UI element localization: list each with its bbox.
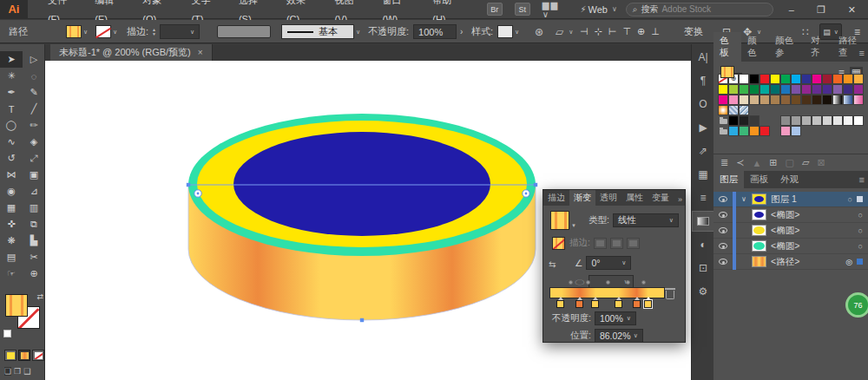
gradient-stop[interactable] bbox=[556, 300, 564, 308]
swatch[interactable] bbox=[780, 84, 791, 95]
target-circle-icon[interactable]: ○ bbox=[858, 226, 863, 235]
draw-inside-button[interactable]: ❑ bbox=[23, 367, 30, 376]
align-right-button[interactable]: ⊢ bbox=[608, 26, 617, 37]
swatches-tab-对齐[interactable]: 对齐 bbox=[805, 32, 832, 62]
document-tab[interactable]: 未标题-1* @ 200% (RGB/预览) × bbox=[50, 44, 213, 61]
swatch[interactable] bbox=[853, 115, 864, 126]
gradient-midpoint[interactable] bbox=[641, 280, 646, 285]
character-panel-icon[interactable]: A| bbox=[692, 47, 714, 68]
transparency-panel-icon[interactable]: ◐ bbox=[692, 234, 714, 255]
layer-name[interactable]: <椭圆> bbox=[771, 225, 799, 237]
layers-tab-外观[interactable]: 外观 bbox=[774, 171, 805, 188]
fill-color-swatch[interactable] bbox=[66, 25, 82, 38]
artboard-tool[interactable]: ▤ bbox=[0, 249, 23, 265]
align-top-button[interactable]: ⊤ bbox=[622, 26, 631, 37]
swatch[interactable] bbox=[812, 115, 822, 126]
swatch[interactable] bbox=[718, 95, 728, 105]
eyedropper-tool[interactable]: ✜ bbox=[0, 216, 23, 233]
minimize-button[interactable]: – bbox=[782, 0, 801, 19]
swatch[interactable] bbox=[728, 105, 739, 115]
swatch[interactable] bbox=[822, 74, 832, 84]
stop-position-dropdown[interactable]: 86.02%∨ bbox=[595, 329, 643, 343]
restore-button[interactable]: ❐ bbox=[810, 0, 832, 19]
symbol-sprayer-tool[interactable]: ❋ bbox=[0, 233, 23, 249]
new-folder-button[interactable]: ▱ bbox=[802, 157, 809, 168]
swatch[interactable] bbox=[791, 126, 801, 136]
chevron-down-icon[interactable]: ∨ bbox=[569, 29, 573, 36]
swatch[interactable] bbox=[780, 95, 791, 105]
swatch[interactable] bbox=[780, 74, 791, 84]
swatch[interactable] bbox=[728, 115, 739, 126]
workspace-switcher[interactable]: Web ∨ bbox=[589, 4, 617, 15]
paintbrush-tool[interactable]: ✏ bbox=[23, 117, 45, 134]
swatch-options-button[interactable]: ▲ bbox=[752, 158, 761, 168]
swatch-libraries-button[interactable]: ≣ bbox=[720, 157, 728, 168]
opentype-panel-icon[interactable]: O bbox=[692, 94, 714, 115]
swatch-kinds-button[interactable]: ≺ bbox=[736, 157, 744, 168]
column-graph-tool[interactable]: ▙ bbox=[23, 233, 45, 249]
gradient-angle-dropdown[interactable]: 0°∨ bbox=[586, 256, 631, 270]
swatch[interactable] bbox=[749, 84, 760, 95]
zoom-tool[interactable]: ⊕ bbox=[23, 265, 45, 282]
swatch[interactable] bbox=[749, 115, 760, 126]
lasso-tool[interactable]: ◌ bbox=[23, 68, 45, 84]
gradient-midpoint[interactable] bbox=[586, 280, 590, 285]
paragraph-panel-icon[interactable]: ¶ bbox=[692, 70, 714, 91]
layer-row[interactable]: <椭圆>○ bbox=[713, 223, 868, 239]
layer-name[interactable]: <路径> bbox=[771, 256, 799, 268]
selection-indicator[interactable] bbox=[857, 259, 863, 265]
stop-opacity-dropdown[interactable]: 100%∨ bbox=[595, 311, 636, 325]
swatch[interactable] bbox=[843, 84, 853, 95]
shape-options-icon[interactable]: ▱ bbox=[552, 26, 567, 38]
slice-tool[interactable]: ✂ bbox=[23, 249, 45, 265]
swatch[interactable] bbox=[780, 115, 791, 126]
swatch[interactable] bbox=[728, 126, 739, 136]
delete-swatch-button[interactable]: ⊠ bbox=[817, 157, 825, 168]
gradient-panel-icon[interactable] bbox=[692, 211, 714, 232]
swatch[interactable] bbox=[718, 105, 728, 115]
expand-chevron-icon[interactable]: ∨ bbox=[738, 195, 750, 203]
draw-normal-button[interactable]: ❏ bbox=[4, 367, 11, 376]
selection-tool[interactable]: ➤ bbox=[0, 51, 23, 68]
gradient-panel-tab-透明[interactable]: 透明 bbox=[595, 190, 621, 206]
reverse-gradient-icon[interactable]: ⇆ bbox=[549, 259, 556, 269]
eraser-tool[interactable]: ◈ bbox=[23, 134, 45, 150]
gradient-midpoint[interactable] bbox=[606, 280, 610, 285]
swatch[interactable] bbox=[760, 95, 770, 105]
gradient-midpoint[interactable] bbox=[626, 280, 630, 285]
stroke-weight-stepper[interactable]: ▲▼ bbox=[150, 25, 158, 39]
swatch[interactable] bbox=[832, 84, 843, 95]
hand-tool[interactable]: ☞ bbox=[0, 265, 23, 282]
layer-row[interactable]: <椭圆>○ bbox=[713, 207, 868, 223]
stock-search-input[interactable]: ⌕ 搜索 Adobe Stock bbox=[626, 3, 773, 16]
fill-swatch[interactable] bbox=[5, 294, 28, 317]
swatch[interactable] bbox=[843, 74, 853, 84]
layers-tab-画板[interactable]: 画板 bbox=[744, 171, 774, 188]
recolor-artwork-icon[interactable]: ⊛ bbox=[531, 26, 547, 38]
rotate-tool[interactable]: ↺ bbox=[0, 150, 23, 167]
chevron-down-icon[interactable]: ∨ bbox=[83, 29, 88, 36]
swatch[interactable] bbox=[791, 84, 801, 95]
brush-definition-dropdown[interactable]: 基本 bbox=[281, 24, 354, 39]
scale-tool[interactable]: ⤢ bbox=[23, 150, 45, 167]
align-middle-button[interactable]: ⊕ bbox=[637, 26, 645, 37]
swatch[interactable] bbox=[812, 84, 822, 95]
swatch[interactable] bbox=[739, 115, 749, 126]
target-circle-icon[interactable]: ○ bbox=[858, 242, 863, 251]
chevron-down-icon[interactable]: ∨ bbox=[113, 29, 117, 36]
swatch[interactable] bbox=[739, 84, 749, 95]
align-bottom-button[interactable]: ⊥ bbox=[651, 26, 660, 37]
layer-row[interactable]: <椭圆>○ bbox=[713, 239, 868, 254]
gradient-panel-tab-渐变[interactable]: 渐变 bbox=[569, 190, 595, 206]
swatch[interactable] bbox=[801, 115, 812, 126]
swatch[interactable] bbox=[739, 95, 749, 105]
mesh-tool[interactable]: ▦ bbox=[0, 200, 23, 216]
swatch[interactable] bbox=[718, 84, 728, 95]
gradient-tool[interactable]: ▥ bbox=[23, 200, 45, 216]
curvature-tool[interactable]: ✎ bbox=[23, 84, 45, 101]
swatch[interactable] bbox=[843, 115, 853, 126]
magic-wand-tool[interactable]: ✳ bbox=[0, 68, 23, 84]
visibility-toggle[interactable] bbox=[713, 259, 733, 265]
workspace-layout-icon[interactable]: ▆▆ ∨ bbox=[542, 0, 569, 19]
swatch[interactable] bbox=[749, 95, 760, 105]
